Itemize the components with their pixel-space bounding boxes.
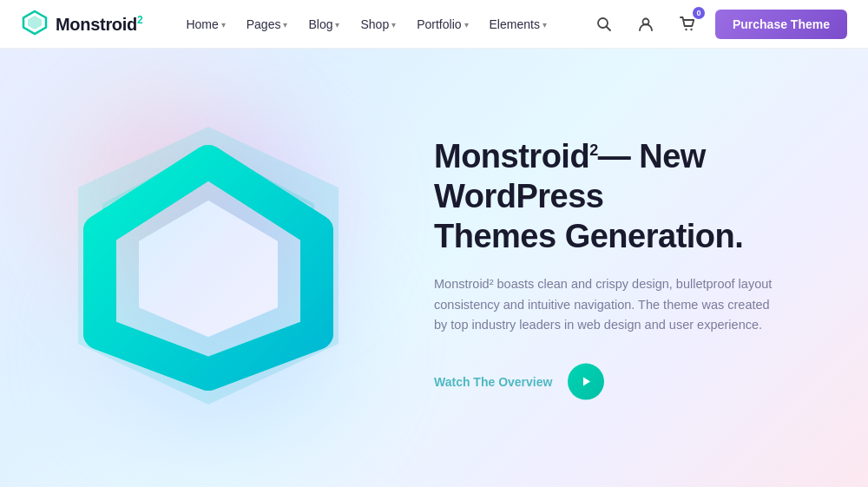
hero-cta: Watch The Overview [434, 364, 816, 400]
watch-overview-link[interactable]: Watch The Overview [434, 375, 552, 389]
hero-description: Monstroid² boasts clean and crispy desig… [434, 273, 781, 336]
chevron-down-icon: ▾ [464, 20, 469, 30]
nav-item-blog[interactable]: Blog ▾ [299, 12, 348, 36]
cart-button[interactable]: 0 [674, 10, 701, 38]
chevron-down-icon: ▾ [335, 20, 339, 30]
svg-point-4 [690, 28, 692, 30]
user-button[interactable] [632, 10, 660, 38]
nav-item-elements[interactable]: Elements ▾ [481, 12, 556, 36]
play-button[interactable] [568, 364, 604, 400]
logo-icon [21, 9, 49, 40]
cart-count: 0 [693, 7, 705, 19]
hero-content: Monstroid2— New WordPressThemes Generati… [434, 135, 816, 400]
chevron-down-icon: ▾ [221, 20, 226, 30]
hero-graphic [43, 101, 373, 431]
purchase-button[interactable]: Purchase Theme [715, 10, 847, 39]
svg-line-1 [606, 26, 610, 30]
nav-item-pages[interactable]: Pages ▾ [238, 12, 297, 36]
nav-item-shop[interactable]: Shop ▾ [352, 12, 404, 36]
chevron-down-icon: ▾ [391, 20, 396, 30]
nav-item-home[interactable]: Home ▾ [177, 12, 233, 36]
search-button[interactable] [590, 10, 618, 38]
header-actions: 0 Purchase Theme [590, 10, 847, 39]
chevron-down-icon: ▾ [283, 20, 287, 30]
logo-text: Monstroid2 [56, 14, 142, 35]
hero-section: Monstroid2— New WordPressThemes Generati… [0, 49, 868, 487]
main-nav: Home ▾ Pages ▾ Blog ▾ Shop ▾ Portfolio ▾… [177, 12, 556, 36]
svg-point-3 [685, 28, 687, 30]
chevron-down-icon: ▾ [542, 20, 547, 30]
hero-title: Monstroid2— New WordPressThemes Generati… [434, 135, 816, 256]
nav-item-portfolio[interactable]: Portfolio ▾ [408, 12, 477, 36]
header: Monstroid2 Home ▾ Pages ▾ Blog ▾ Shop ▾ … [0, 0, 868, 49]
logo[interactable]: Monstroid2 [21, 9, 142, 40]
